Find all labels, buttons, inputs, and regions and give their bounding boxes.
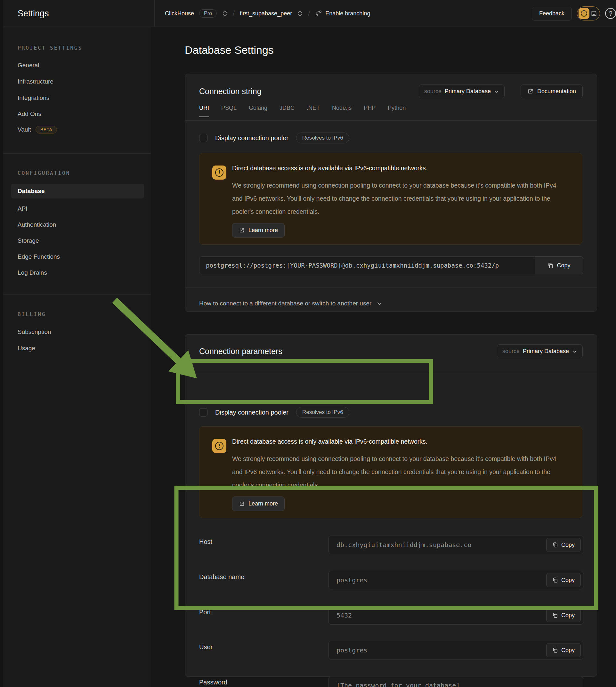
sidebar-item-api[interactable]: API: [18, 205, 27, 212]
param-row-user: User postgres Copy: [185, 641, 597, 660]
settings-sidebar: PROJECT SETTINGS General Infrastructure …: [3, 27, 151, 687]
database-name-input[interactable]: postgres Copy: [329, 571, 584, 589]
param-row-password: Password [The password for your database…: [185, 676, 597, 687]
port-input[interactable]: 5432 Copy: [329, 606, 584, 625]
copy-connection-string-button[interactable]: Copy: [535, 257, 584, 274]
ipv6-notice: ! Direct database access is only availab…: [199, 153, 582, 245]
git-branch-icon: [315, 10, 322, 17]
connection-string-title: Connection string: [199, 87, 262, 96]
card-header-border: [185, 120, 597, 121]
breadcrumb: ClickHouse Pro / first_supabase_peer / E…: [165, 0, 370, 27]
breadcrumb-separator: /: [308, 9, 310, 18]
beta-badge: BETA: [36, 126, 57, 133]
section-title-billing: BILLING: [18, 311, 46, 317]
source-select[interactable]: source Primary Database: [497, 345, 583, 358]
sidebar-divider: [3, 153, 151, 154]
tab-golang[interactable]: Golang: [249, 105, 267, 117]
inbox-icon: [591, 10, 597, 17]
sidebar-item-log-drains[interactable]: Log Drains: [18, 269, 47, 276]
section-title-project-settings: PROJECT SETTINGS: [18, 45, 82, 51]
tab-psql[interactable]: PSQL: [221, 105, 237, 117]
left-edge-rail: [0, 0, 3, 687]
connection-string-card: Connection string source Primary Databas…: [185, 74, 597, 312]
display-pooler-checkbox[interactable]: [199, 408, 207, 417]
connection-string-tabs: URI PSQL Golang JDBC .NET Node.js PHP Py…: [199, 105, 406, 117]
chevron-down-icon: [494, 89, 499, 94]
help-icon[interactable]: ?: [605, 8, 616, 19]
pooler-toggle-row: Display connection pooler Resolves to IP…: [199, 133, 349, 143]
sidebar-item-add-ons[interactable]: Add Ons: [18, 110, 41, 117]
chevron-down-icon: [572, 349, 577, 354]
copy-icon: [552, 613, 558, 618]
tab-python[interactable]: Python: [388, 105, 406, 117]
sidebar-item-database[interactable]: Database: [11, 184, 144, 198]
chevron-down-icon: [376, 301, 382, 306]
project-breadcrumb[interactable]: first_supabase_peer: [240, 10, 292, 17]
top-header: Settings ClickHouse Pro / first_supabase…: [3, 0, 616, 27]
external-link-icon: [239, 228, 245, 234]
resolves-ipv6-badge: Resolves to IPv6: [296, 407, 349, 418]
tab-dotnet[interactable]: .NET: [307, 105, 320, 117]
ipv6-notice: ! Direct database access is only availab…: [199, 426, 582, 518]
sidebar-divider: [3, 294, 151, 294]
settings-app: Settings ClickHouse Pro / first_supabase…: [0, 0, 616, 687]
org-breadcrumb[interactable]: ClickHouse: [165, 10, 194, 17]
display-pooler-checkbox[interactable]: [199, 134, 207, 142]
sidebar-item-usage[interactable]: Usage: [18, 345, 35, 352]
copy-icon: [548, 263, 554, 269]
user-input[interactable]: postgres Copy: [329, 641, 584, 660]
connection-parameters-title: Connection parameters: [199, 347, 282, 356]
sidebar-item-edge-functions[interactable]: Edge Functions: [18, 253, 60, 260]
page-header-title: Settings: [18, 8, 49, 18]
alert-badge-icon: !: [578, 8, 589, 19]
copy-icon: [552, 647, 558, 653]
tab-uri[interactable]: URI: [199, 105, 209, 117]
tab-jdbc[interactable]: JDBC: [280, 105, 294, 117]
notifications-button[interactable]: !: [577, 6, 600, 21]
documentation-button[interactable]: Documentation: [521, 85, 583, 98]
sidebar-item-subscription[interactable]: Subscription: [18, 329, 51, 335]
warning-icon: !: [212, 165, 226, 180]
feedback-button[interactable]: Feedback: [532, 7, 572, 21]
sidebar-item-vault[interactable]: Vault BETA: [18, 126, 57, 133]
warning-icon: !: [212, 439, 226, 453]
header-actions: Feedback ! ?: [532, 0, 612, 27]
param-row-database-name: Database name postgres Copy: [185, 571, 597, 589]
param-row-host: Host db.cxhygiuitamxhniiddjm.supabase.co…: [185, 536, 597, 554]
copy-host-button[interactable]: Copy: [546, 538, 581, 552]
org-switcher-icon[interactable]: [222, 10, 228, 17]
external-link-icon: [527, 88, 533, 94]
connection-parameters-card: Connection parameters source Primary Dat…: [185, 334, 597, 677]
main-content: Database Settings Connection string sour…: [151, 27, 616, 687]
host-input[interactable]: db.cxhygiuitamxhniiddjm.supabase.co Copy: [329, 536, 584, 554]
pooler-toggle-row: Display connection pooler Resolves to IP…: [199, 407, 349, 418]
resolves-ipv6-badge: Resolves to IPv6: [296, 133, 349, 143]
password-input[interactable]: [The password for your database]: [329, 676, 584, 687]
sidebar-item-storage[interactable]: Storage: [18, 237, 39, 244]
header-divider: [154, 0, 155, 27]
copy-user-button[interactable]: Copy: [546, 643, 581, 657]
sidebar-item-infrastructure[interactable]: Infrastructure: [18, 78, 53, 85]
sidebar-item-integrations[interactable]: Integrations: [18, 94, 49, 102]
learn-more-button[interactable]: Learn more: [232, 496, 285, 511]
plan-badge: Pro: [199, 9, 217, 18]
enable-branching-button[interactable]: Enable branching: [315, 10, 370, 17]
sidebar-item-general[interactable]: General: [18, 62, 39, 69]
tab-php[interactable]: PHP: [364, 105, 376, 117]
project-switcher-icon[interactable]: [297, 10, 303, 17]
sidebar-item-authentication[interactable]: Authentication: [18, 221, 56, 228]
copy-icon: [552, 542, 558, 548]
external-link-icon: [239, 501, 245, 507]
breadcrumb-separator: /: [233, 9, 235, 18]
source-select[interactable]: source Primary Database: [419, 85, 505, 98]
copy-icon: [552, 577, 558, 583]
card-header-border: [185, 372, 597, 372]
param-row-port: Port 5432 Copy: [185, 606, 597, 625]
learn-more-button[interactable]: Learn more: [232, 223, 285, 238]
connect-help-expander[interactable]: How to connect to a different database o…: [199, 295, 382, 312]
tab-nodejs[interactable]: Node.js: [332, 105, 352, 117]
copy-port-button[interactable]: Copy: [546, 608, 581, 622]
connection-string-input[interactable]: postgresql://postgres:[YOUR-PASSWORD]@db…: [199, 257, 584, 274]
copy-database-name-button[interactable]: Copy: [546, 573, 581, 587]
section-title-configuration: CONFIGURATION: [18, 170, 70, 176]
